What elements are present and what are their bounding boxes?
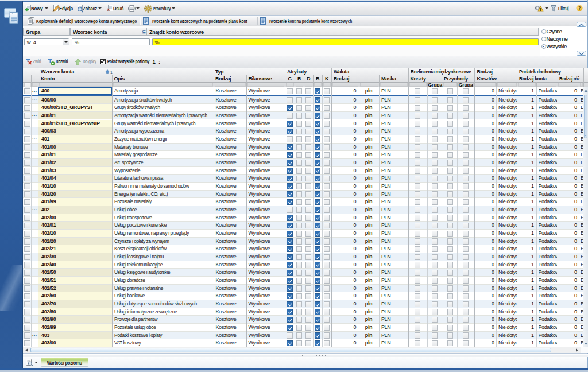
svg-text:?: ? [578,5,581,11]
